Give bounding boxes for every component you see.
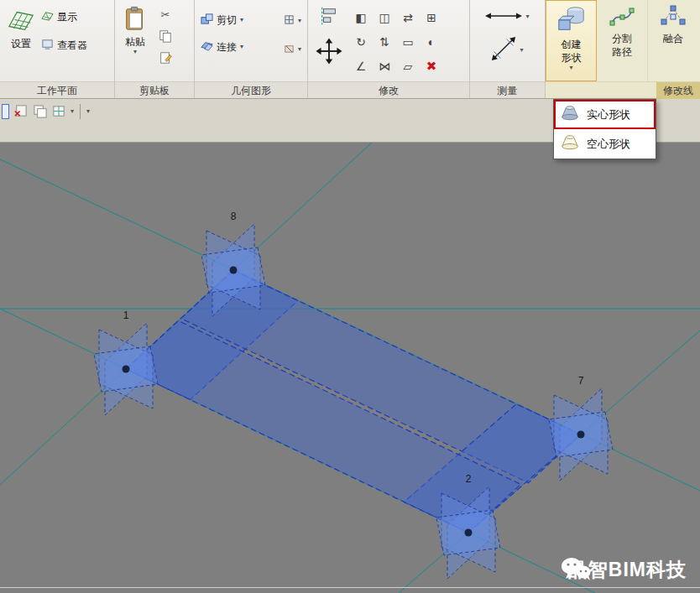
match-type-icon[interactable] — [157, 49, 174, 66]
align-icon[interactable] — [319, 6, 339, 29]
viewer-icon — [41, 38, 54, 53]
corner-label: 8 — [231, 211, 237, 222]
measure-between-refs-button[interactable]: ▾ — [485, 9, 529, 24]
join-geometry-label: 连接 — [217, 40, 237, 55]
geometry-panel-label: 几何图形 — [195, 81, 307, 98]
view-grid-icon[interactable] — [51, 103, 67, 119]
void-form-label: 空心形状 — [587, 137, 630, 152]
close-hidden-icon[interactable] — [13, 103, 29, 119]
workplane-settings-button[interactable]: 设置 — [3, 3, 39, 79]
join-small-icon[interactable]: ⋈ — [374, 55, 395, 77]
void-form-menu-item[interactable]: 空心形状 — [554, 129, 656, 159]
angle-icon[interactable]: ∠ — [350, 55, 372, 77]
paste-label: 粘贴 — [125, 36, 145, 49]
viewer-button[interactable]: 查看器 — [39, 36, 90, 55]
create-form-label-line2: 形状 — [562, 52, 582, 65]
paste-caret-icon[interactable]: ▾ — [133, 49, 137, 55]
mini-toolbar-separator — [80, 104, 81, 119]
offset-icon[interactable]: ⊞ — [421, 6, 442, 29]
viewport[interactable]: 1 8 7 — [0, 143, 700, 593]
trim-icon[interactable]: ▭ — [397, 30, 419, 53]
corner-label: 7 — [578, 375, 584, 387]
corner-label: 1 — [123, 310, 129, 321]
bottom-divider-line — [0, 587, 700, 588]
demolish-button[interactable]: ▾ — [281, 41, 304, 58]
dimension-caret-icon: ▾ — [520, 47, 523, 54]
watermark: 品智BIM科技 — [561, 557, 687, 583]
3d-viewport-canvas[interactable]: 1 8 7 — [0, 143, 700, 593]
paste-icon — [123, 6, 148, 34]
copy-view-icon[interactable] — [32, 103, 48, 119]
panel-contextual: 创建 形状 ▾ 分割 路径 — [546, 0, 700, 98]
array-icon[interactable]: ⇄ — [397, 6, 419, 29]
dimension-icon — [491, 36, 516, 65]
create-form-caret-icon: ▾ — [569, 65, 572, 71]
blend-icon — [661, 3, 686, 32]
measure-panel-label: 测量 — [470, 81, 545, 98]
ribbon: 设置 显示 — [0, 0, 700, 99]
corner-label: 2 — [466, 473, 472, 485]
solid-form-menu-item[interactable]: 实心形状 — [554, 100, 656, 129]
mini-toolbar-caret2-icon[interactable]: ▾ — [86, 108, 90, 115]
panel-workplane: 设置 显示 — [0, 0, 115, 98]
reference-point-cluster[interactable]: 7 — [549, 375, 613, 481]
divide-path-button[interactable]: 分割 路径 — [597, 0, 648, 81]
paste-button[interactable]: 粘贴 ▾ — [118, 3, 152, 79]
scale-icon[interactable]: ▱ — [397, 55, 419, 77]
modify-tool-grid: ◧ ◫ ⇄ ⊞ ↻ ⇅ ▭ ◐ ∠ ⋈ ▱ ✖ — [347, 3, 442, 79]
join-geometry-button[interactable]: 连接 ▾ — [198, 38, 246, 56]
demolish-caret-icon: ▾ — [298, 46, 301, 53]
create-form-dropdown: 实心形状 空心形状 — [553, 99, 656, 159]
cut-geometry-button[interactable]: 剪切 ▾ — [198, 11, 246, 29]
reference-point-cluster[interactable]: 1 — [94, 310, 158, 415]
mirror-icon[interactable]: ◫ — [374, 6, 395, 29]
show-workplane-button[interactable]: 显示 — [39, 8, 90, 26]
delete-icon[interactable]: ✖ — [421, 55, 442, 77]
blend-button[interactable]: 融合 — [648, 0, 698, 81]
move-icon[interactable] — [316, 38, 342, 68]
move-vertical-icon[interactable]: ⇅ — [374, 30, 395, 53]
workplane-settings-label: 设置 — [11, 38, 31, 50]
browser-edge-tab[interactable] — [2, 104, 9, 119]
clipboard-panel-label: 剪贴板 — [115, 81, 194, 98]
work-plane-icon — [8, 6, 34, 36]
panel-geometry: 剪切 ▾ 连接 ▾ — [195, 0, 308, 98]
join-geometry-caret-icon: ▾ — [240, 44, 243, 50]
dimension-button[interactable]: ▾ — [491, 36, 523, 65]
wall-joins-caret-icon: ▾ — [298, 18, 301, 24]
mini-toolbar-caret-icon[interactable]: ▾ — [71, 108, 74, 115]
rotate-icon[interactable]: ↻ — [350, 30, 372, 53]
workplane-panel-label: 工作平面 — [0, 81, 114, 98]
show-workplane-label: 显示 — [57, 10, 77, 24]
wall-joins-icon — [284, 14, 295, 28]
divide-path-label-line1: 分割 — [612, 33, 632, 45]
split-icon[interactable]: ◐ — [421, 30, 442, 53]
demolish-icon — [284, 43, 295, 56]
cut-geometry-label: 剪切 — [217, 13, 237, 28]
create-form-label-line1: 创建 — [562, 39, 582, 51]
create-form-button[interactable]: 创建 形状 ▾ — [546, 0, 597, 81]
panel-measure: ▾ ▾ 测量 — [470, 0, 546, 98]
join-geometry-icon — [201, 39, 213, 55]
cut-geometry-icon — [201, 13, 213, 28]
measure-caret-icon: ▾ — [525, 13, 529, 20]
contextual-panel-label-row: 修改线 — [546, 81, 700, 98]
modify-panel-label: 修改 — [308, 81, 469, 98]
wall-joins-button[interactable]: ▾ — [281, 13, 304, 29]
viewer-label: 查看器 — [57, 39, 87, 53]
solid-form-label: 实心形状 — [587, 107, 630, 122]
void-form-icon — [559, 133, 581, 155]
show-workplane-icon — [41, 9, 54, 24]
panel-modify: ◧ ◫ ⇄ ⊞ ↻ ⇅ ▭ ◐ ∠ ⋈ ▱ ✖ 修改 — [308, 0, 470, 98]
cope-icon[interactable]: ◧ — [350, 6, 372, 29]
cut-geometry-caret-icon: ▾ — [240, 17, 243, 23]
copy-icon[interactable] — [157, 28, 174, 44]
contextual-panel-label: 修改线 — [656, 82, 700, 99]
divide-path-icon — [609, 3, 635, 32]
measure-arrow-icon — [485, 9, 522, 24]
create-form-icon — [556, 4, 587, 38]
panel-clipboard: 粘贴 ▾ ✂ 剪贴板 — [115, 0, 195, 98]
cut-to-clipboard-icon[interactable]: ✂ — [157, 6, 174, 23]
solid-form-icon — [559, 103, 581, 126]
divide-path-label-line2: 路径 — [612, 46, 632, 59]
